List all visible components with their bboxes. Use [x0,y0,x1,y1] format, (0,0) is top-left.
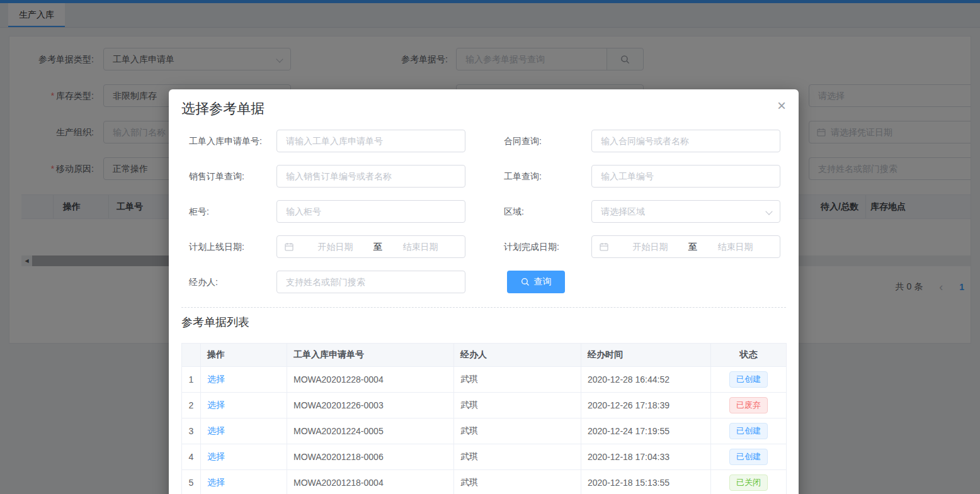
search-icon [521,278,530,286]
sales-order-input[interactable] [276,165,465,188]
time-cell: 2020-12-18 17:04:33 [581,444,711,470]
contract-input[interactable] [591,130,780,152]
status-badge: 已创建 [729,371,768,388]
action-cell: 选择 [201,367,287,393]
table-row: 2 选择 MOWA20201226-0003 武琪 2020-12-26 17:… [182,393,787,418]
order-no-cell: MOWA20201228-0004 [287,367,454,393]
action-cell: 选择 [201,393,287,418]
area-label: 区域: [504,200,598,223]
order-no-input[interactable] [276,130,465,152]
select-reference-dialog: 选择参考单据 × 工单入库申请单号: 合同查询: 销售订单查询: 工单查询: 柜… [169,89,799,494]
col-time: 经办时间 [581,344,711,367]
chevron-down-icon [765,208,772,215]
status-badge: 已创建 [729,423,768,439]
select-link[interactable]: 选择 [207,451,225,461]
end-date-placeholder: 结束日期 [384,236,457,257]
plan-finish-date-label: 计划完成日期: [504,235,598,258]
action-cell: 选择 [201,470,287,494]
status-cell: 已创建 [711,444,787,470]
date-range-separator: 至 [687,236,698,257]
status-badge: 已关闭 [729,474,768,491]
start-date-placeholder: 开始日期 [299,236,372,257]
section-divider [181,307,786,308]
col-index [182,344,201,367]
handler-cell: 武琪 [454,444,581,470]
handler-cell: 武琪 [454,470,581,494]
select-link[interactable]: 选择 [207,425,225,435]
start-date-placeholder: 开始日期 [613,236,687,257]
order-no-label: 工单入库申请单号: [189,130,283,152]
time-cell: 2020-12-26 17:18:39 [581,393,711,418]
reference-list-title: 参考单据列表 [181,315,249,330]
select-link[interactable]: 选择 [207,400,225,410]
handler-cell: 武琪 [454,367,581,393]
close-icon[interactable]: × [777,98,786,113]
table-row: 5 选择 MOWA20201218-0004 武琪 2020-12-18 15:… [182,470,787,494]
action-cell: 选择 [201,418,287,444]
order-no-cell: MOWA20201224-0005 [287,418,454,444]
status-cell: 已废弃 [711,393,787,418]
screen: 生产入库 参考单据类型: 工单入库申请单 参考单据号: *库存类型: 非限制库存… [0,0,980,494]
status-badge: 已废弃 [729,397,768,413]
calendar-icon [600,242,608,251]
order-no-cell: MOWA20201226-0003 [287,393,454,418]
col-handler: 经办人 [454,344,581,367]
work-order-input[interactable] [591,165,780,188]
order-no-cell: MOWA20201218-0004 [287,470,454,494]
area-select[interactable]: 请选择区域 [591,200,780,223]
plan-online-date-range[interactable]: 开始日期 至 结束日期 [276,235,465,258]
table-row: 4 选择 MOWA20201218-0006 武琪 2020-12-18 17:… [182,444,787,470]
row-index: 1 [182,367,201,393]
row-index: 2 [182,393,201,418]
reference-list-table: 操作 工单入库申请单号 经办人 经办时间 状态 1 选择 MOWA2020122… [181,343,787,494]
col-action: 操作 [201,344,287,367]
row-index: 3 [182,418,201,444]
table-row: 1 选择 MOWA20201228-0004 武琪 2020-12-28 16:… [182,367,787,393]
handler-cell: 武琪 [454,393,581,418]
handler-label: 经办人: [189,271,283,293]
col-order-no: 工单入库申请单号 [287,344,454,367]
contract-label: 合同查询: [504,130,598,152]
cabinet-label: 柜号: [189,200,283,223]
time-cell: 2020-12-18 15:13:55 [581,470,711,494]
plan-finish-date-range[interactable]: 开始日期 至 结束日期 [591,235,780,258]
dialog-title: 选择参考单据 [181,99,265,118]
table-header-row: 操作 工单入库申请单号 经办人 经办时间 状态 [182,344,787,367]
query-button[interactable]: 查询 [507,271,565,293]
action-cell: 选择 [201,444,287,470]
table-row: 3 选择 MOWA20201224-0005 武琪 2020-12-24 17:… [182,418,787,444]
status-cell: 已创建 [711,367,787,393]
order-no-cell: MOWA20201218-0006 [287,444,454,470]
row-index: 4 [182,444,201,470]
select-link[interactable]: 选择 [207,477,225,487]
area-placeholder: 请选择区域 [601,206,645,216]
cabinet-input[interactable] [276,200,465,223]
time-cell: 2020-12-24 17:19:55 [581,418,711,444]
date-range-separator: 至 [372,236,384,257]
select-link[interactable]: 选择 [207,374,225,384]
time-cell: 2020-12-28 16:44:52 [581,367,711,393]
handler-cell: 武琪 [454,418,581,444]
calendar-icon [285,242,293,251]
work-order-label: 工单查询: [504,165,598,188]
plan-online-date-label: 计划上线日期: [189,235,283,258]
col-status: 状态 [711,344,787,367]
status-cell: 已关闭 [711,470,787,494]
end-date-placeholder: 结束日期 [698,236,772,257]
status-badge: 已创建 [729,449,768,465]
query-button-label: 查询 [534,276,552,288]
sales-order-label: 销售订单查询: [189,165,283,188]
row-index: 5 [182,470,201,494]
status-cell: 已创建 [711,418,787,444]
handler-input[interactable] [276,271,465,293]
